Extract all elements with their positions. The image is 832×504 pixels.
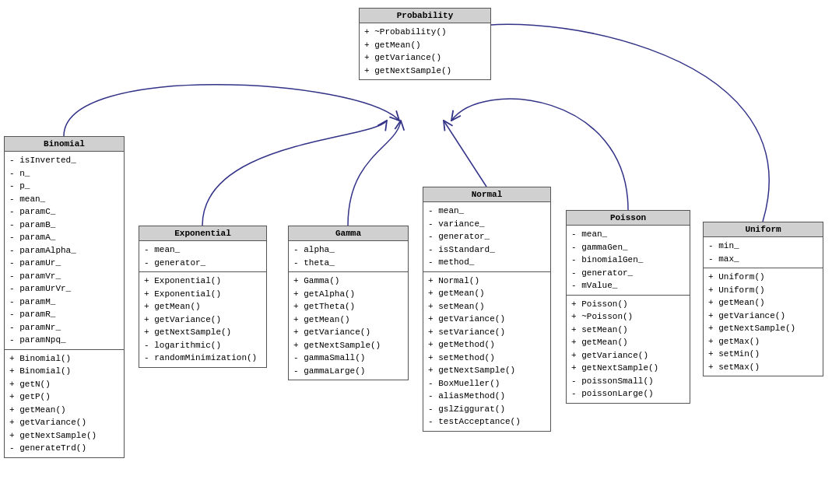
normal-methods: + Normal() + getMean() + setMean() + get… bbox=[423, 272, 550, 431]
gamma-class: Gamma - alpha_ - theta_ + Gamma() + getA… bbox=[288, 226, 409, 380]
poisson-title: Poisson bbox=[567, 211, 690, 226]
normal-fields: - mean_ - variance_ - generator_ - isSta… bbox=[423, 202, 550, 272]
binomial-class: Binomial - isInverted_ - n_ - p_ - mean_… bbox=[4, 136, 125, 458]
diagram-container: Probability + ~Probability() + getMean()… bbox=[0, 0, 832, 504]
uniform-methods: + Uniform() + Uniform() + getMean() + ge… bbox=[704, 268, 823, 376]
exponential-title: Exponential bbox=[139, 226, 266, 241]
gamma-fields: - alpha_ - theta_ bbox=[289, 241, 408, 272]
binomial-methods: + Binomial() + Binomial() + getN() + get… bbox=[5, 350, 124, 457]
uniform-fields: - min_ - max_ bbox=[704, 237, 823, 268]
uniform-title: Uniform bbox=[704, 222, 823, 237]
method-item: + getNextSample() bbox=[364, 65, 486, 78]
exponential-class: Exponential - mean_ - generator_ + Expon… bbox=[139, 226, 267, 368]
probability-title: Probability bbox=[360, 9, 490, 23]
normal-title: Normal bbox=[423, 187, 550, 202]
uniform-class: Uniform - min_ - max_ + Uniform() + Unif… bbox=[703, 222, 823, 376]
poisson-class: Poisson - mean_ - gammaGen_ - binomialGe… bbox=[566, 210, 690, 404]
exponential-methods: + Exponential() + Exponential() + getMea… bbox=[139, 272, 266, 367]
exponential-fields: - mean_ - generator_ bbox=[139, 241, 266, 272]
binomial-title: Binomial bbox=[5, 137, 124, 152]
method-item: + getVariance() bbox=[364, 51, 486, 65]
probability-methods: + ~Probability() + getMean() + getVarian… bbox=[360, 23, 490, 79]
gamma-methods: + Gamma() + getAlpha() + getTheta() + ge… bbox=[289, 272, 408, 380]
method-item: + getMean() bbox=[364, 39, 486, 52]
poisson-methods: + Poisson() + ~Poisson() + setMean() + g… bbox=[567, 296, 690, 403]
normal-class: Normal - mean_ - variance_ - generator_ … bbox=[423, 187, 551, 432]
binomial-fields: - isInverted_ - n_ - p_ - mean_ - paramC… bbox=[5, 152, 124, 350]
method-item: + ~Probability() bbox=[364, 26, 486, 39]
probability-class: Probability + ~Probability() + getMean()… bbox=[359, 8, 491, 80]
gamma-title: Gamma bbox=[289, 226, 408, 241]
poisson-fields: - mean_ - gammaGen_ - binomialGen_ - gen… bbox=[567, 226, 690, 296]
